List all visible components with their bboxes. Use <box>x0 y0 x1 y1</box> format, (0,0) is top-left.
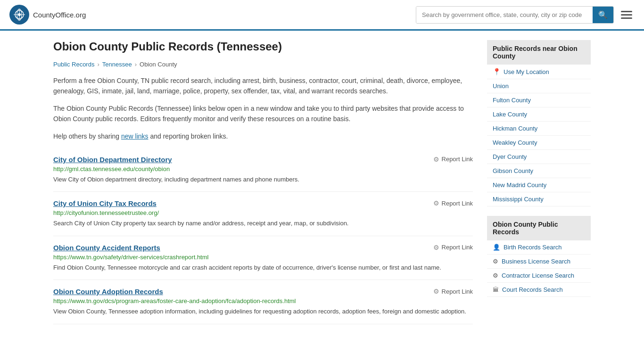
report-link-button[interactable]: ⚙ Report Link <box>433 244 473 251</box>
public-records-title: Obion County Public Records <box>487 216 591 240</box>
record-header: Obion County Adoption Records ⚙ Report L… <box>53 288 473 296</box>
search-bar: 🔍 <box>416 6 614 24</box>
page-title: Obion County Public Records (Tennessee) <box>53 40 473 53</box>
record-entry: City of Obion Department Directory ⚙ Rep… <box>53 148 473 192</box>
new-links-link[interactable]: new links <box>121 132 149 140</box>
record-description: View Obion County, Tennessee adoption in… <box>53 307 473 316</box>
hamburger-line-3 <box>621 17 632 19</box>
records-container: City of Obion Department Directory ⚙ Rep… <box>53 148 473 324</box>
public-records-link-item[interactable]: ⚙ Contractor License Search <box>487 269 591 283</box>
sidebar: Public Records near Obion County 📍 Use M… <box>487 40 591 324</box>
breadcrumb: Public Records › Tennessee › Obion Count… <box>53 61 473 68</box>
public-records-link-item[interactable]: 👤 Birth Records Search <box>487 240 591 255</box>
nearby-county-link[interactable]: New Madrid County <box>493 181 546 189</box>
record-entry: Obion County Accident Reports ⚙ Report L… <box>53 236 473 280</box>
nearby-county-item[interactable]: Hickman County <box>487 122 591 136</box>
nearby-county-item[interactable]: New Madrid County <box>487 178 591 192</box>
public-records-link[interactable]: Birth Records Search <box>504 244 562 251</box>
nearby-county-link[interactable]: Fulton County <box>493 97 531 104</box>
nearby-title: Public Records near Obion County <box>487 40 591 65</box>
public-records-section: Obion County Public Records 👤 Birth Reco… <box>487 216 591 297</box>
report-icon: ⚙ <box>433 199 439 207</box>
record-description: View City of Obion department directory,… <box>53 175 473 184</box>
report-icon: ⚙ <box>433 156 439 163</box>
record-header: City of Obion Department Directory ⚙ Rep… <box>53 156 473 164</box>
record-entry: City of Union City Tax Records ⚙ Report … <box>53 192 473 236</box>
record-url: https://www.tn.gov/dcs/program-areas/fos… <box>53 297 473 304</box>
record-entry: Obion County Adoption Records ⚙ Report L… <box>53 280 473 324</box>
hamburger-menu-button[interactable] <box>619 8 635 21</box>
nearby-county-item[interactable]: Fulton County <box>487 93 591 107</box>
records-link-icon: ⚙ <box>493 272 498 279</box>
nearby-county-link[interactable]: Weakley County <box>493 139 537 146</box>
description-2: The Obion County Public Records (Tenness… <box>53 103 473 124</box>
public-records-link[interactable]: Contractor License Search <box>502 272 574 279</box>
record-title[interactable]: Obion County Adoption Records <box>53 288 163 296</box>
nearby-county-link[interactable]: Lake County <box>493 111 527 118</box>
svg-point-5 <box>18 13 21 16</box>
report-icon: ⚙ <box>433 244 439 251</box>
record-url: http://cityofunion.tennesseetrustee.org/ <box>53 209 473 216</box>
records-link-icon: 🏛 <box>493 286 499 293</box>
nearby-county-link[interactable]: Dyer County <box>493 153 527 160</box>
report-link-button[interactable]: ⚙ Report Link <box>433 156 473 163</box>
logo-text: CountyOffice.org <box>33 10 86 20</box>
nearby-county-item[interactable]: Gibson County <box>487 164 591 178</box>
public-records-link[interactable]: Court Records Search <box>502 286 563 293</box>
nearby-county-link[interactable]: Union <box>493 82 509 90</box>
records-link-icon: ⚙ <box>493 258 498 265</box>
record-title[interactable]: Obion County Accident Reports <box>53 244 160 252</box>
header-right: 🔍 <box>416 6 635 24</box>
record-url: http://gml.ctas.tennessee.edu/county/obi… <box>53 165 473 173</box>
hamburger-line-1 <box>621 11 632 12</box>
report-link-button[interactable]: ⚙ Report Link <box>433 199 473 207</box>
content-area: Obion County Public Records (Tennessee) … <box>53 40 473 324</box>
logo-icon <box>9 5 29 25</box>
public-records-link-item[interactable]: ⚙ Business License Search <box>487 255 591 269</box>
location-pin-icon: 📍 <box>493 68 501 75</box>
record-description: Find Obion County, Tennessee motorcycle … <box>53 263 473 272</box>
main-container: Obion County Public Records (Tennessee) … <box>44 31 600 334</box>
use-my-location-link[interactable]: Use My Location <box>504 68 549 75</box>
nearby-county-link[interactable]: Mississippi County <box>493 196 544 203</box>
nearby-county-item[interactable]: Weakley County <box>487 136 591 150</box>
header: CountyOffice.org 🔍 <box>0 0 644 31</box>
record-header: Obion County Accident Reports ⚙ Report L… <box>53 244 473 252</box>
record-title[interactable]: City of Obion Department Directory <box>53 156 172 164</box>
hamburger-line-2 <box>621 14 632 16</box>
nearby-section: Public Records near Obion County 📍 Use M… <box>487 40 591 206</box>
public-records-link[interactable]: Business License Search <box>502 258 570 265</box>
report-icon: ⚙ <box>433 288 439 295</box>
record-url: https://www.tn.gov/safety/driver-service… <box>53 254 473 261</box>
logo-area: CountyOffice.org <box>9 5 86 25</box>
nearby-county-item[interactable]: Mississippi County <box>487 192 591 206</box>
search-button[interactable]: 🔍 <box>593 7 613 23</box>
nearby-county-link[interactable]: Hickman County <box>493 125 537 132</box>
records-link-icon: 👤 <box>493 244 500 251</box>
public-records-links-container: 👤 Birth Records Search ⚙ Business Licens… <box>487 240 591 297</box>
breadcrumb-sep-2: › <box>135 61 137 68</box>
report-link-label: Report Link <box>442 288 473 295</box>
breadcrumb-current: Obion County <box>140 61 177 68</box>
public-records-link-item[interactable]: 🏛 Court Records Search <box>487 283 591 297</box>
nearby-counties-container: UnionFulton CountyLake CountyHickman Cou… <box>487 79 591 206</box>
record-header: City of Union City Tax Records ⚙ Report … <box>53 199 473 207</box>
breadcrumb-sep-1: › <box>97 61 99 68</box>
report-link-label: Report Link <box>442 200 473 207</box>
nearby-county-link[interactable]: Gibson County <box>493 167 533 174</box>
description-3: Help others by sharing new links and rep… <box>53 131 473 141</box>
report-link-label: Report Link <box>442 156 473 163</box>
report-link-button[interactable]: ⚙ Report Link <box>433 288 473 295</box>
nearby-county-item[interactable]: Union <box>487 79 591 93</box>
description-1: Perform a free Obion County, TN public r… <box>53 75 473 97</box>
search-input[interactable] <box>416 7 593 23</box>
breadcrumb-public-records[interactable]: Public Records <box>53 61 94 68</box>
record-title[interactable]: City of Union City Tax Records <box>53 199 157 207</box>
record-description: Search City of Union City property tax s… <box>53 219 473 228</box>
use-my-location-item[interactable]: 📍 Use My Location <box>487 65 591 79</box>
nearby-county-item[interactable]: Lake County <box>487 107 591 122</box>
report-link-label: Report Link <box>442 244 473 251</box>
breadcrumb-tennessee[interactable]: Tennessee <box>102 61 132 68</box>
nearby-county-item[interactable]: Dyer County <box>487 150 591 164</box>
